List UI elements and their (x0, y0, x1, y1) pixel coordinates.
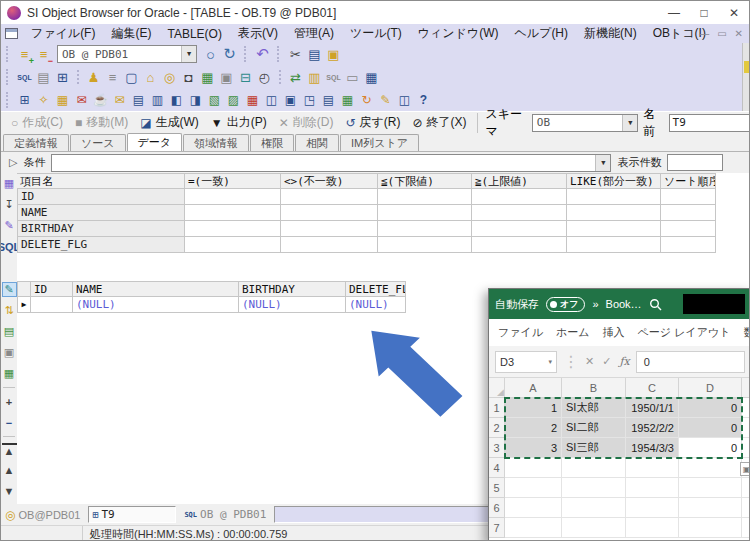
connection-selector[interactable]: OB @ PDB01 ▼ (57, 45, 197, 63)
table-left-icon[interactable]: ◧ (167, 91, 186, 109)
revert-button[interactable]: ↺ 戻す(R) (339, 113, 406, 133)
filter-sort-cell[interactable] (661, 221, 716, 237)
status-object-box[interactable]: ⊞ T9 (88, 506, 176, 523)
cell[interactable] (742, 418, 750, 438)
disconnect-database-icon[interactable]: ≡− (34, 45, 53, 64)
cell-b1[interactable]: SI太郎 (562, 398, 626, 418)
mdi-close-icon[interactable]: ✕ (735, 28, 743, 39)
filter-like-cell[interactable] (567, 189, 661, 205)
license-card-icon[interactable]: ▥ (305, 68, 324, 87)
menu-item[interactable]: 編集(E) (103, 25, 159, 42)
cell[interactable] (626, 458, 679, 478)
chevron-down-icon[interactable]: ▼ (622, 115, 637, 131)
undo-icon[interactable]: ↶ (253, 45, 272, 64)
cell[interactable] (742, 398, 750, 418)
cell-delete-flg[interactable]: (NULL) (346, 297, 406, 313)
filter-upper-cell[interactable] (472, 189, 567, 205)
filter-lower-cell[interactable] (378, 205, 472, 221)
cell[interactable] (679, 498, 742, 518)
coffee-icon[interactable]: ☕ (91, 91, 110, 109)
calendar-table-icon[interactable]: ▦ (53, 91, 72, 109)
next-record-icon[interactable]: ▼ (2, 483, 17, 498)
filter-like-cell[interactable] (567, 237, 661, 253)
ribbon-tab-file[interactable]: ファイル (498, 325, 543, 340)
column-header-id[interactable]: ID (31, 281, 73, 297)
tab-source[interactable]: ソース (70, 134, 126, 151)
database-icon[interactable]: ≡ (103, 68, 122, 87)
insert-function-icon[interactable]: ƒx (619, 355, 629, 368)
table-sync-icon[interactable]: ▨ (224, 91, 243, 109)
edit-pencil-icon[interactable]: ✎ (376, 91, 395, 109)
table-data-icon[interactable]: ▣ (281, 91, 300, 109)
cell[interactable] (505, 498, 562, 518)
cell[interactable] (562, 458, 626, 478)
cell[interactable] (562, 498, 626, 518)
move-button[interactable]: ■ 移動(M) (69, 113, 134, 133)
rollback-segment-icon[interactable]: ◎ (160, 68, 179, 87)
filter-sort-cell[interactable] (661, 189, 716, 205)
column-header-birthday[interactable]: BIRTHDAY (239, 281, 346, 297)
filter-equal-cell[interactable] (185, 221, 281, 237)
cell-c1[interactable]: 1950/1/1 (626, 398, 679, 418)
cancel-entry-icon[interactable]: ✕ (585, 355, 594, 368)
close-window-button[interactable]: ✕ (719, 1, 749, 24)
cell[interactable] (742, 478, 750, 498)
key-icon[interactable]: ✧ (34, 91, 53, 109)
help-icon[interactable]: ? (414, 91, 433, 109)
column-header-b[interactable]: B (562, 378, 626, 398)
display-count-input[interactable] (667, 154, 723, 171)
ribbon-tab-page-layout[interactable]: ページ レイアウト (638, 325, 731, 340)
tab-definition[interactable]: 定義情報 (3, 134, 69, 151)
delete-row-icon[interactable]: − (2, 415, 17, 430)
first-record-icon[interactable]: ▲ (2, 443, 17, 456)
row-header-7[interactable]: 7 (489, 518, 505, 538)
menu-item[interactable]: ツール(T) (342, 25, 410, 42)
cell-a3[interactable]: 3 (505, 438, 562, 458)
create-button[interactable]: ○ 作成(C) (5, 113, 69, 133)
ribbon-tab-insert[interactable]: 挿入 (603, 325, 625, 340)
select-all-corner[interactable]: ◢ (489, 378, 505, 398)
maximize-button[interactable]: □ (689, 1, 719, 24)
recycle-bin-icon[interactable]: ⊟ (236, 68, 255, 87)
memory-icon[interactable]: ▦ (198, 68, 217, 87)
autosave-toggle[interactable]: オフ (546, 297, 585, 312)
menu-item[interactable]: TABLE(O) (159, 27, 229, 41)
minimize-button[interactable]: — (659, 1, 689, 24)
active-cell-d3[interactable]: 0 (679, 438, 742, 458)
insert-row-icon[interactable]: + (2, 394, 17, 409)
cell-a1[interactable]: 1 (505, 398, 562, 418)
user-icon[interactable]: ♟ (84, 68, 103, 87)
column-header-d[interactable]: D (679, 378, 742, 398)
connect-database-icon[interactable]: ≡+ (15, 45, 34, 64)
cell[interactable] (679, 458, 742, 478)
copy-rows-icon[interactable]: ▣ (2, 345, 17, 360)
clear-condition-icon[interactable]: ✎ (2, 218, 17, 233)
column-header-a[interactable]: A (505, 378, 562, 398)
cell-b2[interactable]: SI二郎 (562, 418, 626, 438)
condition-input[interactable]: ▼ (51, 154, 611, 172)
column-layout-icon[interactable]: ◫ (395, 91, 414, 109)
cell-id[interactable] (31, 297, 73, 313)
toolbar-grip[interactable] (277, 46, 283, 62)
filter-sort-cell[interactable] (661, 205, 716, 221)
cell[interactable] (505, 518, 562, 538)
name-box[interactable]: D3 ▾ (495, 351, 557, 373)
menu-item[interactable]: 新機能(N) (576, 25, 645, 42)
column-header-name[interactable]: NAME (73, 281, 239, 297)
copy-object-icon[interactable]: ▣ (217, 68, 236, 87)
cell[interactable] (562, 478, 626, 498)
column-header-partial[interactable] (742, 378, 750, 398)
copy-icon[interactable]: ▤ (305, 45, 324, 64)
schema-selector[interactable]: OB ▼ (532, 114, 638, 132)
cell[interactable] (505, 458, 562, 478)
tab-data[interactable]: データ (127, 133, 183, 151)
cell-d1[interactable]: 0 (679, 398, 742, 418)
row-header-6[interactable]: 6 (489, 498, 505, 518)
filter-like-cell[interactable] (567, 205, 661, 221)
quick-access-chevron[interactable]: » (592, 298, 598, 310)
toolbar-grip[interactable] (6, 69, 12, 85)
sql-history-icon[interactable]: SQL (324, 68, 343, 87)
table-export-icon[interactable]: ◳ (300, 91, 319, 109)
filter-sort-cell[interactable] (661, 237, 716, 253)
separator[interactable] (3, 387, 15, 388)
